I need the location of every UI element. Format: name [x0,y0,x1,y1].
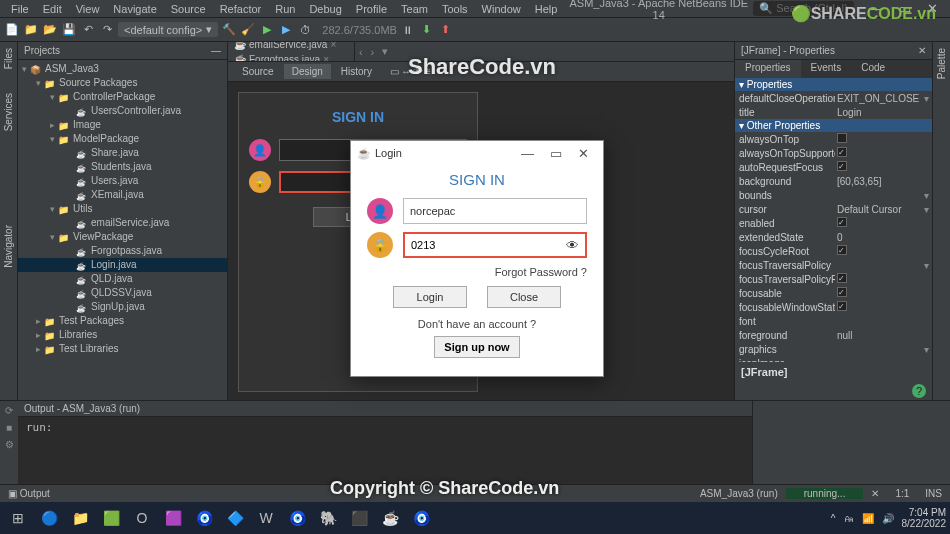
taskbar-app[interactable]: 📁 [66,504,94,532]
checkbox-icon[interactable] [837,301,847,311]
output-tab-button[interactable]: ▣ Output [0,488,58,499]
taskbar-app[interactable]: W [252,504,280,532]
checkbox-icon[interactable] [837,273,847,283]
tab-scroll-right-icon[interactable]: › [367,46,379,58]
design-tab[interactable]: Design [284,64,331,79]
rerun-icon[interactable]: ⟳ [5,405,13,416]
tree-item[interactable]: Libraries [18,328,227,342]
tree-item[interactable]: XEmail.java [18,188,227,202]
property-row[interactable]: alwaysOnTopSupported [735,146,932,160]
menu-profile[interactable]: Profile [349,3,394,15]
status-stop-icon[interactable]: ✕ [863,488,887,499]
git-push-icon[interactable]: ⬆ [438,22,454,38]
menu-source[interactable]: Source [164,3,213,15]
signup-button[interactable]: Sign up now [434,336,520,358]
checkbox-icon[interactable] [837,287,847,297]
global-search[interactable]: 🔍 Search (Ctrl+I) [753,1,854,16]
project-tree[interactable]: ASM_Java3Source PackagesControllerPackag… [18,60,227,358]
close-icon[interactable]: × [330,42,336,50]
memory-indicator[interactable]: 282.6/735.0MB [322,24,397,36]
checkbox-icon[interactable] [837,147,847,157]
palette-tab[interactable]: Palette [936,46,947,81]
save-all-icon[interactable]: 💾 [61,22,77,38]
dialog-maximize-button[interactable]: ▭ [542,146,570,161]
property-row[interactable]: focusCycleRoot [735,244,932,258]
panel-close-icon[interactable]: ✕ [918,45,926,56]
property-row[interactable]: font [735,314,932,328]
run-icon[interactable]: ▶ [259,22,275,38]
open-icon[interactable]: 📂 [42,22,58,38]
menu-edit[interactable]: Edit [36,3,69,15]
property-row[interactable]: focusableWindowState [735,300,932,314]
build-icon[interactable]: 🔨 [221,22,237,38]
taskbar-app[interactable]: 🧿 [407,504,435,532]
stop-icon[interactable]: ■ [6,422,12,433]
property-row[interactable]: focusable [735,286,932,300]
taskbar-app[interactable]: 🟪 [159,504,187,532]
menu-refactor[interactable]: Refactor [213,3,269,15]
property-row[interactable]: focusTraversalPolicy [735,258,932,272]
services-tab[interactable]: Services [3,91,14,133]
menu-view[interactable]: View [69,3,107,15]
close-button[interactable]: Close [487,286,561,308]
menu-team[interactable]: Team [394,3,435,15]
profile-icon[interactable]: ⏱ [297,22,313,38]
property-section-header[interactable]: ▾ Properties [735,78,932,91]
tab-scroll-left-icon[interactable]: ‹ [355,46,367,58]
property-row[interactable]: extendedState0 [735,230,932,244]
preview-icon[interactable]: 👁 [413,66,423,77]
git-icon[interactable]: ⬇ [419,22,435,38]
undo-icon[interactable]: ↶ [80,22,96,38]
taskbar-app[interactable]: 🧿 [283,504,311,532]
redo-icon[interactable]: ↷ [99,22,115,38]
menu-debug[interactable]: Debug [302,3,348,15]
selection-mode-icon[interactable]: ▭ [390,66,399,77]
tree-item[interactable]: Test Libraries [18,342,227,356]
code-tab[interactable]: Code [851,60,895,78]
property-row[interactable]: alwaysOnTop [735,132,932,146]
output-settings-icon[interactable]: ⚙ [5,439,14,450]
output-console[interactable]: run: [18,417,752,484]
checkbox-icon[interactable] [837,217,847,227]
align-icon[interactable]: ≡ [425,66,431,77]
property-section-header[interactable]: ▾ Other Properties [735,119,932,132]
files-tab[interactable]: Files [3,46,14,71]
menu-window[interactable]: Window [475,3,528,15]
tree-item[interactable]: emailService.java [18,216,227,230]
taskbar-app[interactable]: 🐘 [314,504,342,532]
checkbox-icon[interactable] [837,245,847,255]
tree-item[interactable]: QLDSSV.java [18,286,227,300]
property-row[interactable]: cursorDefault Cursor [735,202,932,216]
menu-help[interactable]: Help [528,3,565,15]
source-tab[interactable]: Source [234,64,282,79]
help-icon[interactable]: ? [912,384,926,398]
tree-item[interactable]: Forgotpass.java [18,244,227,258]
taskbar-app[interactable]: 🔷 [221,504,249,532]
tree-item[interactable]: Students.java [18,160,227,174]
checkbox-icon[interactable] [837,161,847,171]
password-input[interactable]: 👁 [403,232,587,258]
minimize-button[interactable]: — [862,1,891,16]
tree-item[interactable]: ASM_Java3 [18,62,227,76]
tree-item[interactable]: ModelPackage [18,132,227,146]
taskbar-app[interactable]: O [128,504,156,532]
tree-item[interactable]: Users.java [18,174,227,188]
forgot-password-link[interactable]: Forgot Password ? [367,266,587,278]
password-field[interactable] [411,239,566,251]
tree-item[interactable]: Share.java [18,146,227,160]
tree-item[interactable]: ControllerPackage [18,90,227,104]
panel-minimize-icon[interactable]: — [211,45,221,56]
property-row[interactable]: focusTraversalPolicyProvider [735,272,932,286]
eye-icon[interactable]: 👁 [566,238,579,253]
property-row[interactable]: foregroundnull [735,328,932,342]
property-row[interactable]: autoRequestFocus [735,160,932,174]
maximize-button[interactable]: ▭ [891,1,919,16]
events-tab[interactable]: Events [801,60,852,78]
tree-item[interactable]: Image [18,118,227,132]
tree-item[interactable]: UsersController.java [18,104,227,118]
run-config-dropdown[interactable]: <default config> ▾ [118,22,218,37]
close-button[interactable]: ✕ [919,1,946,16]
property-row[interactable]: background[60,63,65] [735,174,932,188]
login-button[interactable]: Login [393,286,467,308]
tree-item[interactable]: Utils [18,202,227,216]
